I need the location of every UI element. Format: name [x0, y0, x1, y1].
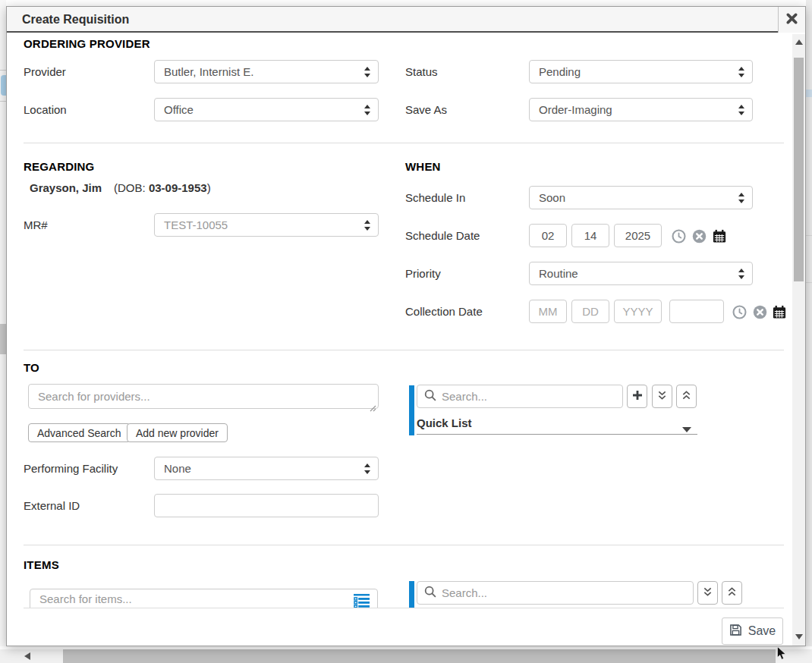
collapse-all-button[interactable] — [722, 581, 742, 605]
page-horizontal-scrollbar[interactable] — [0, 649, 801, 663]
status-select-value: Pending — [539, 61, 581, 83]
save-button[interactable]: Save — [722, 617, 783, 645]
close-button[interactable] — [778, 7, 805, 33]
double-chevron-down-icon — [703, 587, 713, 599]
quick-list-header[interactable]: Quick List — [417, 415, 697, 435]
provider-status-row: Provider Butler, Internist E. Status Pen… — [7, 60, 794, 83]
modal-body: ORDERING PROVIDER Provider Butler, Inter… — [7, 34, 794, 609]
to-heading: TO — [24, 361, 39, 374]
save-floppy-icon — [729, 624, 742, 639]
schedule-in-select[interactable]: Soon — [529, 186, 753, 209]
location-select[interactable]: Office — [154, 98, 379, 121]
scroll-down-arrow-icon — [795, 634, 803, 639]
background-fragment — [806, 90, 812, 97]
collection-year-input[interactable] — [614, 300, 662, 323]
collection-month-input[interactable] — [529, 300, 567, 323]
item-search-input[interactable] — [39, 592, 343, 605]
schedule-in-label: Schedule In — [405, 186, 465, 209]
background-divider — [0, 101, 6, 102]
performing-facility-label: Performing Facility — [24, 457, 118, 480]
location-label: Location — [24, 98, 67, 121]
status-label: Status — [405, 60, 438, 83]
collection-date-row: Collection Date — [7, 300, 794, 323]
background-divider — [0, 70, 6, 71]
select-updown-icon — [738, 193, 745, 206]
expand-all-button[interactable] — [697, 581, 718, 605]
external-id-row: External ID — [7, 494, 794, 517]
section-divider — [24, 545, 784, 545]
scrollbar-corner — [801, 649, 812, 663]
background-gray-block — [0, 324, 6, 354]
add-provider-to-list-button[interactable] — [627, 385, 647, 408]
priority-label: Priority — [405, 262, 441, 285]
provider-quick-search-input[interactable] — [442, 390, 615, 403]
item-quick-search-input[interactable] — [442, 586, 686, 599]
double-chevron-down-icon — [657, 391, 667, 403]
status-select[interactable]: Pending — [529, 60, 753, 83]
clock-icon[interactable] — [671, 228, 686, 244]
priority-select[interactable]: Routine — [529, 262, 753, 285]
save-as-label: Save As — [405, 98, 447, 121]
background-left-strip — [0, 0, 6, 663]
item-table-icon[interactable] — [353, 593, 370, 609]
provider-select[interactable]: Butler, Internist E. — [154, 60, 379, 83]
background-right-strip — [806, 0, 812, 663]
schedule-day-input[interactable] — [571, 224, 609, 247]
priority-select-value: Routine — [539, 262, 578, 284]
background-blue-button-fragment — [1, 75, 6, 96]
location-select-value: Office — [164, 99, 194, 121]
provider-quick-search[interactable] — [417, 385, 623, 408]
save-as-select-value: Order-Imaging — [539, 99, 612, 121]
regarding-heading: REGARDING — [24, 160, 94, 173]
collection-day-input[interactable] — [571, 300, 609, 323]
external-id-input[interactable] — [154, 494, 379, 517]
search-icon — [424, 389, 436, 404]
select-updown-icon — [364, 105, 371, 118]
quick-panel-accent-bar — [409, 385, 414, 435]
add-new-provider-button[interactable]: Add new provider — [127, 423, 228, 442]
schedule-year-input[interactable] — [614, 224, 662, 247]
provider-label: Provider — [24, 60, 66, 83]
scroll-down-button[interactable] — [792, 630, 805, 643]
create-requisition-modal: Create Requisition ORDERING PROVIDER Pro… — [6, 6, 806, 646]
double-chevron-up-icon — [727, 587, 737, 599]
select-updown-icon — [364, 67, 371, 80]
provider-select-value: Butler, Internist E. — [164, 61, 253, 83]
save-as-select[interactable]: Order-Imaging — [529, 98, 753, 121]
vertical-scrollbar-thumb[interactable] — [794, 58, 804, 281]
select-updown-icon — [738, 269, 745, 282]
double-chevron-up-icon — [681, 391, 691, 403]
item-quick-search[interactable] — [417, 581, 694, 605]
provider-search-textarea[interactable] — [28, 384, 379, 409]
section-divider — [24, 350, 784, 350]
collapse-all-button[interactable] — [676, 385, 697, 408]
ordering-provider-heading: ORDERING PROVIDER — [24, 37, 150, 50]
scroll-up-arrow-icon — [795, 39, 803, 45]
priority-row: Priority Routine — [7, 262, 794, 285]
performing-facility-select[interactable]: None — [154, 457, 379, 480]
modal-vertical-scrollbar[interactable] — [792, 34, 805, 646]
background-divider — [806, 282, 812, 283]
collection-time-input[interactable] — [669, 300, 724, 323]
page-bottom-area — [0, 646, 812, 663]
modal-header: Create Requisition — [7, 7, 805, 33]
calendar-icon[interactable] — [772, 304, 787, 319]
location-saveas-row: Location Office Save As Order-Imaging — [7, 98, 794, 121]
advanced-search-button[interactable]: Advanced Search — [28, 423, 131, 442]
scroll-left-arrow-icon[interactable] — [24, 652, 30, 660]
footer-divider — [24, 608, 784, 608]
page-background: Create Requisition ORDERING PROVIDER Pro… — [0, 0, 812, 663]
schedule-in-row: Schedule In Soon — [7, 186, 794, 209]
collection-date-label: Collection Date — [405, 300, 483, 323]
schedule-month-input[interactable] — [529, 224, 567, 247]
horizontal-scrollbar-thumb[interactable] — [63, 649, 776, 663]
clear-date-icon[interactable] — [691, 228, 707, 244]
item-search-field[interactable] — [30, 589, 378, 609]
clear-date-icon[interactable] — [752, 304, 767, 319]
clock-icon[interactable] — [732, 304, 747, 319]
scroll-up-button[interactable] — [792, 36, 805, 49]
expand-all-button[interactable] — [652, 385, 672, 408]
quick-list-label: Quick List — [417, 416, 472, 429]
modal-footer: Save — [7, 608, 805, 646]
calendar-icon[interactable] — [712, 228, 727, 244]
